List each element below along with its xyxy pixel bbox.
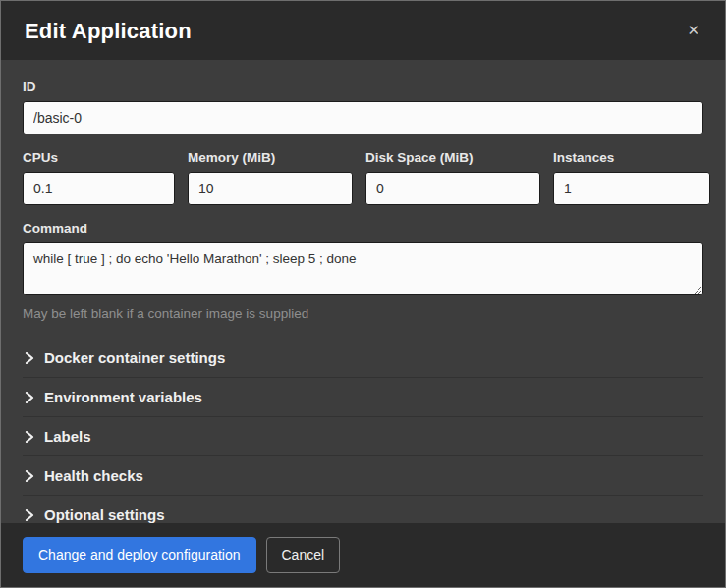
chevron-right-icon (25, 392, 34, 403)
memory-field-group: Memory (MiB) (188, 150, 353, 205)
resources-row: CPUs Memory (MiB) Disk Space (MiB) Insta… (23, 150, 703, 205)
id-label: ID (23, 80, 703, 94)
memory-input[interactable] (188, 172, 353, 205)
section-label: Labels (44, 428, 91, 445)
section-environment-variables[interactable]: Environment variables (23, 378, 703, 417)
disk-input[interactable] (365, 172, 540, 205)
section-health-checks[interactable]: Health checks (23, 456, 703, 496)
section-label: Health checks (44, 467, 143, 484)
section-label: Docker container settings (44, 349, 225, 366)
instances-field-group: Instances (553, 150, 710, 205)
command-field-group: Command while [ true ] ; do echo 'Hello … (23, 221, 703, 321)
change-and-deploy-button[interactable]: Change and deploy configuration (23, 537, 256, 573)
section-docker-container-settings[interactable]: Docker container settings (23, 339, 703, 378)
edit-application-modal: Edit Application ✕ ID CPUs Memory (MiB) … (0, 0, 726, 588)
section-label: Optional settings (44, 507, 165, 523)
modal-header: Edit Application ✕ (1, 1, 725, 60)
section-label: Environment variables (44, 389, 202, 405)
modal-footer: Change and deploy configuration Cancel (1, 523, 725, 587)
close-icon[interactable]: ✕ (685, 21, 701, 39)
command-textarea[interactable]: while [ true ] ; do echo 'Hello Marathon… (23, 242, 703, 295)
disk-label: Disk Space (MiB) (365, 150, 540, 165)
cancel-button[interactable]: Cancel (266, 537, 341, 573)
disk-field-group: Disk Space (MiB) (365, 150, 540, 205)
modal-body: ID CPUs Memory (MiB) Disk Space (MiB) In… (1, 60, 725, 523)
chevron-right-icon (25, 352, 34, 364)
id-field-group: ID (23, 80, 703, 134)
chevron-right-icon (25, 470, 34, 482)
cpus-label: CPUs (23, 150, 175, 165)
command-label: Command (23, 221, 703, 236)
section-optional-settings[interactable]: Optional settings (23, 496, 703, 523)
instances-input[interactable] (553, 172, 710, 205)
cpus-input[interactable] (23, 172, 175, 205)
id-input[interactable] (23, 101, 703, 134)
instances-label: Instances (553, 150, 710, 165)
accordion-sections: Docker container settings Environment va… (23, 339, 703, 523)
cpus-field-group: CPUs (23, 150, 175, 205)
modal-title: Edit Application (25, 19, 192, 44)
section-labels[interactable]: Labels (23, 417, 703, 456)
command-help-text: May be left blank if a container image i… (23, 306, 703, 321)
memory-label: Memory (MiB) (188, 150, 353, 165)
chevron-right-icon (25, 509, 34, 521)
chevron-right-icon (25, 431, 34, 443)
